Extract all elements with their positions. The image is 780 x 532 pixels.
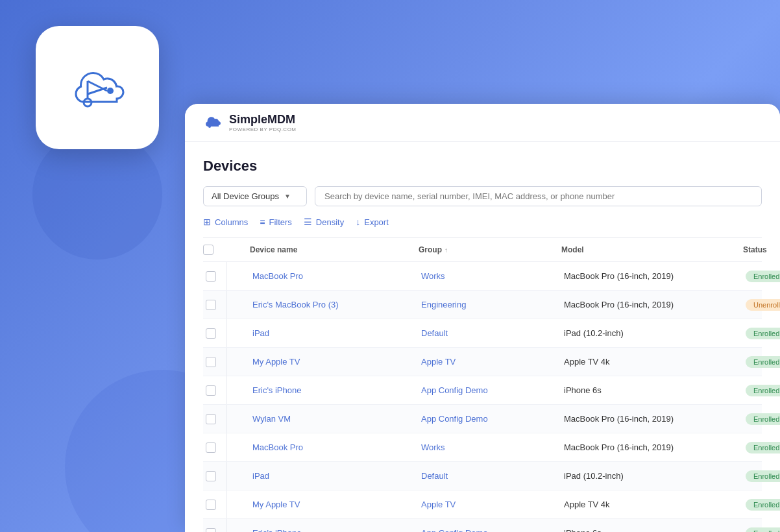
td-divider (226, 291, 227, 319)
td-model: iPad (10.2-inch) (561, 464, 743, 488)
td-group: Engineering (419, 293, 561, 317)
logo-cloud-icon (203, 115, 223, 130)
td-group: Works (419, 264, 561, 288)
bg-decoration-2 (32, 130, 162, 260)
table-row: Eric's iPhone App Config Demo iPhone 6s … (203, 376, 762, 405)
status-badge: Enrolled (746, 356, 780, 368)
th-status: Status (743, 245, 780, 255)
device-name-link[interactable]: My Apple TV (252, 500, 300, 509)
td-checkbox (203, 435, 226, 460)
td-divider (226, 490, 227, 518)
density-button[interactable]: ☰ Density (304, 217, 344, 227)
status-badge: Enrolled (746, 499, 780, 511)
toolbar: All Device Groups ▼ (203, 186, 762, 206)
status-badge: Unenrolled (746, 299, 780, 311)
group-link[interactable]: App Config Demo (421, 414, 488, 424)
group-link[interactable]: Apple TV (421, 500, 456, 509)
group-link[interactable]: App Config Demo (421, 528, 488, 532)
device-name-link[interactable]: iPad (252, 471, 269, 481)
export-button[interactable]: ↓ Export (356, 217, 389, 227)
device-name-link[interactable]: Eric's iPhone (252, 385, 301, 395)
td-checkbox (203, 321, 226, 346)
td-group: Works (419, 435, 561, 459)
filters-label: Filters (269, 217, 291, 227)
filters-button[interactable]: ≡ Filters (260, 217, 292, 227)
td-status: Unenrolled (743, 292, 780, 318)
th-group[interactable]: Group ↑ (419, 245, 561, 255)
group-link[interactable]: App Config Demo (421, 385, 488, 395)
dropdown-label: All Device Groups (212, 191, 279, 201)
row-checkbox[interactable] (206, 442, 216, 453)
svg-point-5 (208, 125, 211, 128)
device-name-link[interactable]: Wylan VM (252, 414, 291, 424)
td-model: MacBook Pro (16-inch, 2019) (561, 435, 743, 459)
td-model: MacBook Pro (16-inch, 2019) (561, 407, 743, 431)
td-divider (226, 376, 227, 404)
density-label: Density (316, 217, 344, 227)
powered-by: POWERED BY PDQ.COM (229, 127, 297, 132)
td-device-name: MacBook Pro (250, 264, 419, 288)
td-model: Apple TV 4k (561, 492, 743, 516)
row-checkbox[interactable] (206, 471, 216, 481)
td-device-name: Eric's MacBook Pro (3) (250, 293, 419, 317)
search-input[interactable] (315, 186, 762, 206)
row-checkbox[interactable] (206, 528, 216, 533)
select-all-checkbox[interactable] (203, 245, 213, 255)
device-name-link[interactable]: MacBook Pro (252, 271, 303, 281)
row-checkbox[interactable] (206, 414, 216, 424)
device-name-link[interactable]: My Apple TV (252, 357, 300, 367)
device-name-link[interactable]: Eric's iPhone (252, 528, 301, 532)
status-badge: Enrolled (746, 385, 780, 396)
device-groups-dropdown[interactable]: All Device Groups ▼ (203, 186, 307, 206)
group-link[interactable]: Default (421, 471, 448, 481)
td-group: Apple TV (419, 492, 561, 516)
logo: SimpleMDM POWERED BY PDQ.COM (203, 113, 297, 132)
td-status: Enrolled (743, 349, 780, 375)
action-bar: ⊞ Columns ≡ Filters ☰ Density ↓ Export (203, 217, 762, 227)
dropdown-arrow-icon: ▼ (284, 193, 291, 200)
table-row: MacBook Pro Works MacBook Pro (16-inch, … (203, 433, 762, 462)
table-row: Wylan VM App Config Demo MacBook Pro (16… (203, 405, 762, 433)
svg-point-7 (215, 122, 217, 124)
td-checkbox (203, 492, 226, 517)
status-badge: Enrolled (746, 470, 780, 482)
td-checkbox (203, 521, 226, 533)
th-device-name: Device name (250, 245, 419, 255)
group-link[interactable]: Default (421, 328, 448, 338)
td-model: iPhone 6s (561, 521, 743, 532)
group-link[interactable]: Engineering (421, 300, 466, 309)
td-group: App Config Demo (419, 521, 561, 532)
group-link[interactable]: Works (421, 271, 445, 281)
td-group: Default (419, 464, 561, 488)
row-checkbox[interactable] (206, 357, 216, 367)
row-checkbox[interactable] (206, 500, 216, 510)
row-checkbox[interactable] (206, 328, 216, 339)
td-model: iPhone 6s (561, 378, 743, 402)
device-name-link[interactable]: Eric's MacBook Pro (3) (252, 300, 339, 309)
device-name-link[interactable]: MacBook Pro (252, 442, 303, 452)
group-link[interactable]: Apple TV (421, 357, 456, 367)
cloud-icon (58, 58, 136, 117)
row-checkbox[interactable] (206, 385, 216, 396)
table-row: Eric's MacBook Pro (3) Engineering MacBo… (203, 291, 762, 319)
td-checkbox (203, 464, 226, 489)
main-panel: SimpleMDM POWERED BY PDQ.COM Devices All… (185, 104, 780, 532)
td-checkbox (203, 350, 226, 374)
td-device-name: Eric's iPhone (250, 378, 419, 402)
td-status: Enrolled (743, 378, 780, 404)
th-model: Model (561, 245, 743, 255)
device-name-link[interactable]: iPad (252, 328, 269, 338)
td-model: MacBook Pro (16-inch, 2019) (561, 264, 743, 288)
td-status: Enrolled (743, 435, 780, 461)
row-checkbox[interactable] (206, 271, 216, 282)
group-link[interactable]: Works (421, 442, 445, 452)
content-area: Devices All Device Groups ▼ ⊞ Columns ≡ … (185, 142, 780, 532)
page-title: Devices (203, 158, 762, 175)
svg-line-4 (88, 88, 107, 94)
columns-button[interactable]: ⊞ Columns (203, 217, 248, 227)
row-checkbox[interactable] (206, 300, 216, 310)
td-status: Enrolled (743, 406, 780, 432)
td-checkbox (203, 264, 226, 289)
td-device-name: Wylan VM (250, 407, 419, 431)
td-checkbox (203, 407, 226, 431)
